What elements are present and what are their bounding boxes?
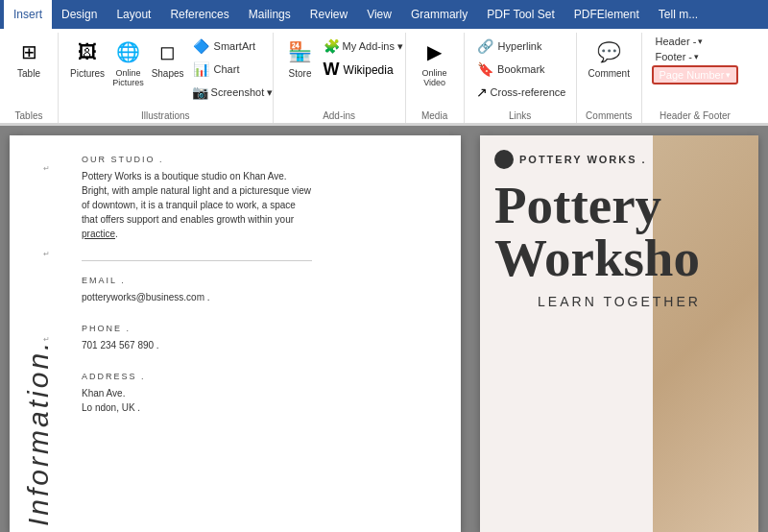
- footer-button[interactable]: Footer - ▾: [652, 50, 739, 63]
- footer-arrow-icon: ▾: [694, 52, 699, 61]
- footer-label: Footer -: [656, 51, 693, 62]
- ribbon-group-comments: 💬 Comment Comments: [577, 33, 642, 123]
- address-line1: Khan Ave.: [82, 386, 312, 400]
- page-number-label: Page Number: [660, 69, 725, 81]
- online-video-icon: ▶: [420, 36, 450, 67]
- wikipedia-label: Wikipedia: [344, 63, 394, 77]
- comment-icon: 💬: [593, 36, 624, 67]
- addins-group-label: Add-ins: [274, 110, 405, 121]
- section-divider-1: [82, 260, 312, 261]
- margin-mark-2: ↵: [43, 250, 62, 258]
- phone-heading: PHONE .: [82, 324, 442, 333]
- smartart-button[interactable]: 🔷 SmartArt: [188, 35, 265, 58]
- hyperlink-icon: 🔗: [476, 36, 495, 56]
- hyperlink-label: Hyperlink: [498, 40, 542, 52]
- my-addins-label: My Add-ins ▾: [343, 40, 403, 53]
- address-section: ADDRESS . Khan Ave. Lo ndon, UK .: [82, 372, 442, 415]
- bookmark-button[interactable]: 🔖 Bookmark: [472, 58, 549, 81]
- comment-label: Comment: [588, 68, 630, 79]
- table-button[interactable]: ⊞ Table: [8, 35, 50, 81]
- email-value: potteryworks@business.com .: [82, 290, 312, 304]
- comments-group-label: Comments: [577, 110, 641, 121]
- address-heading: ADDRESS .: [82, 372, 442, 381]
- header-button[interactable]: Header - ▾: [652, 35, 739, 48]
- tab-pdf-tool-set[interactable]: PDF Tool Set: [477, 0, 564, 29]
- page-number-arrow-icon: ▾: [726, 70, 731, 80]
- tab-insert[interactable]: Insert: [4, 0, 52, 29]
- table-label: Table: [17, 68, 40, 79]
- ribbon: ⊞ Table Tables 🖼 Pictures 🌐 OnlinePictur…: [0, 29, 768, 125]
- header-footer-group-label: Header & Footer: [642, 110, 748, 121]
- ribbon-group-media: ▶ OnlineVideo Media: [406, 33, 465, 123]
- header-label: Header -: [656, 36, 697, 47]
- shapes-icon: ◻: [153, 36, 183, 67]
- pictures-button[interactable]: 🖼 Pictures: [66, 35, 108, 81]
- main-title: PotteryWorksho: [494, 179, 744, 284]
- document-area: ↵ ↵ ↵ ↵ Information. OUR STUDIO . Potter…: [0, 126, 768, 532]
- tab-references[interactable]: References: [160, 0, 238, 29]
- page-number-button[interactable]: Page Number ▾: [652, 65, 739, 85]
- rotated-title: Information.: [22, 340, 54, 526]
- store-label: Store: [289, 68, 312, 79]
- smartart-icon: 🔷: [192, 36, 211, 56]
- online-pictures-label: OnlinePictures: [112, 68, 144, 87]
- bookmark-icon: 🔖: [476, 60, 494, 79]
- shapes-button[interactable]: ◻ Shapes: [148, 35, 188, 81]
- tab-pdfelement[interactable]: PDFElement: [564, 0, 649, 29]
- ribbon-group-header-footer: Header - ▾ Footer - ▾ Page Number ▾ Head…: [642, 33, 748, 123]
- tab-review[interactable]: Review: [300, 0, 357, 29]
- studio-text: Pottery Works is a boutique studio on Kh…: [82, 169, 312, 241]
- tab-tell-me[interactable]: Tell m...: [649, 0, 708, 29]
- ribbon-group-addins: 🏪 Store 🧩 My Add-ins ▾ W Wikipedia Add-i…: [274, 33, 406, 123]
- email-section: EMAIL . potteryworks@business.com .: [82, 276, 442, 304]
- pottery-logo: POTTERY WORKS .: [494, 150, 744, 169]
- chart-icon: 📊: [192, 60, 211, 79]
- header-arrow-icon: ▾: [698, 36, 703, 46]
- phone-section: PHONE . 701 234 567 890 .: [82, 324, 442, 352]
- online-pictures-icon: 🌐: [112, 36, 143, 67]
- cross-reference-label: Cross-reference: [491, 86, 566, 98]
- comment-button[interactable]: 💬 Comment: [585, 35, 634, 81]
- media-group-label: Media: [406, 110, 464, 121]
- wikipedia-icon: W: [324, 60, 340, 80]
- ribbon-group-tables: ⊞ Table Tables: [0, 33, 59, 123]
- shapes-label: Shapes: [152, 68, 184, 79]
- screenshot-label: Screenshot ▾: [211, 86, 274, 99]
- email-heading: EMAIL .: [82, 276, 442, 285]
- smartart-label: SmartArt: [214, 40, 255, 52]
- cross-reference-button[interactable]: ↗ Cross-reference: [472, 81, 568, 104]
- tab-layout[interactable]: Layout: [107, 0, 160, 29]
- studio-heading: OUR STUDIO .: [82, 155, 442, 164]
- links-group-label: Links: [465, 110, 576, 121]
- table-icon: ⊞: [13, 36, 44, 67]
- illustrations-group-label: Illustrations: [59, 110, 273, 121]
- cross-ref-icon: ↗: [476, 83, 488, 102]
- store-button[interactable]: 🏪 Store: [281, 35, 320, 81]
- pottery-logo-circle: [494, 150, 514, 169]
- right-document-page: POTTERY WORKS . PotteryWorksho LEARN TOG…: [480, 135, 758, 532]
- chart-button[interactable]: 📊 Chart: [188, 58, 265, 81]
- hyperlink-button[interactable]: 🔗 Hyperlink: [472, 35, 549, 58]
- tab-design[interactable]: Design: [52, 0, 107, 29]
- chart-label: Chart: [214, 63, 240, 75]
- online-video-button[interactable]: ▶ OnlineVideo: [414, 35, 456, 89]
- screenshot-button[interactable]: 📷 Screenshot ▾: [188, 81, 265, 104]
- ribbon-tab-bar: Insert Design Layout References Mailings…: [0, 0, 768, 29]
- addins-icon: 🧩: [324, 36, 340, 56]
- online-pictures-button[interactable]: 🌐 OnlinePictures: [108, 35, 148, 89]
- tab-mailings[interactable]: Mailings: [239, 0, 300, 29]
- tab-view[interactable]: View: [357, 0, 401, 29]
- tables-group-label: Tables: [0, 110, 58, 121]
- bookmark-label: Bookmark: [497, 63, 545, 75]
- tab-grammarly[interactable]: Grammarly: [401, 0, 477, 29]
- screenshot-icon: 📷: [192, 83, 208, 102]
- pictures-icon: 🖼: [72, 36, 103, 67]
- left-document-page: ↵ ↵ ↵ ↵ Information. OUR STUDIO . Potter…: [10, 135, 461, 532]
- practice-link[interactable]: practice: [82, 229, 115, 239]
- studio-section: OUR STUDIO . Pottery Works is a boutique…: [82, 155, 442, 241]
- margin-mark-1: ↵: [43, 164, 62, 173]
- wikipedia-button[interactable]: W Wikipedia: [320, 58, 397, 82]
- learn-together-subtitle: LEARN TOGETHER: [494, 294, 744, 309]
- my-addins-button[interactable]: 🧩 My Add-ins ▾: [320, 35, 396, 58]
- ribbon-group-links: 🔗 Hyperlink 🔖 Bookmark ↗ Cross-reference…: [465, 33, 577, 123]
